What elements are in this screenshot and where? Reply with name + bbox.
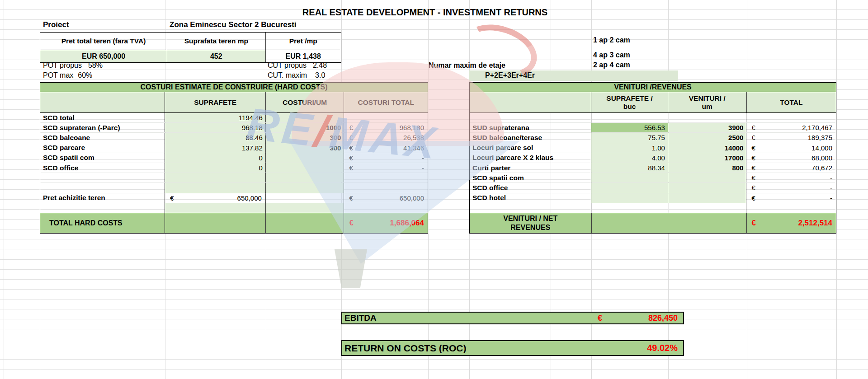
hard-costs-header-blank[interactable] <box>40 92 165 112</box>
land-price-table: Pret total teren (fara TVA) Suprafata te… <box>40 32 341 63</box>
table-row: SCD office €- <box>470 183 836 193</box>
hard-costs-header-costuri-total[interactable]: COSTURI TOTAL <box>344 92 428 112</box>
table-row: SCD spatii com €- <box>470 173 836 183</box>
roc-row[interactable]: RETURN ON COSTS (ROC) 49.02% <box>341 340 684 356</box>
land-price-total-value[interactable]: EUR 650,000 <box>40 50 167 62</box>
table-row <box>470 203 836 213</box>
euro-sign: € <box>349 219 353 228</box>
revenues-title[interactable]: VENITURI /REVENUES <box>470 83 836 92</box>
table-row: SCD office 0 €- <box>40 163 428 173</box>
euro-sign: € <box>170 194 174 202</box>
euro-sign: € <box>751 184 755 192</box>
euro-sign: € <box>751 154 755 162</box>
table-row: Pret achizitie teren €650,000 €650,000 <box>40 193 428 203</box>
euro-sign: € <box>751 164 755 172</box>
table-row: SCD total 1194.46 <box>40 113 428 123</box>
table-row: SCD spatii com 0 €- <box>40 153 428 163</box>
apartments-2cam[interactable]: 1 ap 2 cam <box>593 36 630 44</box>
hard-costs-total-row: TOTAL HARD COSTS €1,686,064 <box>40 213 428 233</box>
land-table-values: EUR 650,000 452 EUR 1,438 <box>40 50 341 62</box>
table-row <box>470 113 836 123</box>
page-title: REAL ESTATE DEVELOPMENT - INVESTMENT RET… <box>199 7 651 18</box>
euro-sign: € <box>349 194 353 202</box>
revenues-header-blank[interactable] <box>470 92 591 112</box>
roc-label: RETURN ON COSTS (ROC) <box>342 343 467 354</box>
euro-sign: € <box>349 144 353 152</box>
ebitda-row[interactable]: EBITDA € 826,450 <box>341 312 684 324</box>
floors-value[interactable]: P+2E+3Er+4Er <box>469 71 551 80</box>
ebitda-value: 826,450 <box>648 313 678 323</box>
table-row <box>40 203 428 213</box>
table-row: SUD balcoane/terase 75.75 2500 €189,375 <box>470 133 836 143</box>
land-price-sqm-value[interactable]: EUR 1,438 <box>266 50 341 62</box>
hard-costs-header-row: SUPRAFETE COSTURI/UM COSTURI TOTAL <box>40 92 428 113</box>
euro-sign: € <box>349 154 353 162</box>
net-revenues-label[interactable]: VENITURI / NET REVENUES <box>470 213 592 233</box>
table-row: SCD suprateran (-Parc) 968.18 1000 €968,… <box>40 123 428 133</box>
cut-propus[interactable]: CUT propus2.48 <box>268 61 327 70</box>
euro-sign: € <box>751 174 755 182</box>
euro-sign: € <box>751 124 755 131</box>
ebitda-label: EBITDA <box>342 313 377 323</box>
land-table-header: Pret total teren (fara TVA) Suprafata te… <box>40 33 341 50</box>
table-row: Locuri parcare X 2 klaus 4.00 17000 €68,… <box>470 153 836 163</box>
gridline <box>4 0 4 379</box>
total-hard-costs-label[interactable]: TOTAL HARD COSTS <box>40 213 165 233</box>
euro-sign: € <box>598 313 602 323</box>
euro-sign: € <box>751 194 755 202</box>
euro-sign: € <box>751 134 755 141</box>
apartments-3cam[interactable]: 4 ap 3 cam <box>593 51 630 59</box>
euro-sign: € <box>349 124 353 131</box>
revenues-header-suprafete-buc[interactable]: SUPRAFETE / buc <box>591 92 668 112</box>
table-row <box>40 183 428 193</box>
table-row: SCD parcare 137.82 300 €41,346 <box>40 143 428 153</box>
table-row: SCD hotel €- <box>470 193 836 203</box>
euro-sign: € <box>349 164 353 172</box>
pot-propus[interactable]: POT propus58% <box>43 61 103 70</box>
pot-max[interactable]: POT max60% <box>43 71 92 80</box>
euro-sign: € <box>751 144 755 152</box>
table-row <box>40 173 428 183</box>
floors-label[interactable]: Numar maxim de etaje <box>429 61 505 70</box>
revenues-header-row: SUPRAFETE / buc VENITURI / um TOTAL <box>470 92 836 113</box>
hard-costs-table: COSTURI ESTIMATE DE CONSTRUIRE (HARD COS… <box>40 82 428 234</box>
gridline <box>836 0 837 379</box>
revenues-header-venituri-um[interactable]: VENITURI / um <box>668 92 747 112</box>
total-hard-costs-value[interactable]: €1,686,064 <box>344 213 428 233</box>
table-row: SCD balcoane 88.46 300 €26,538 <box>40 133 428 143</box>
euro-sign: € <box>349 134 353 141</box>
revenues-header-total[interactable]: TOTAL <box>747 92 836 112</box>
table-row: Curti parter 88.34 800 €70,672 <box>470 163 836 173</box>
table-row: Locuri parcare sol 1.00 14000 €14,000 <box>470 143 836 153</box>
hard-costs-title[interactable]: COSTURI ESTIMATE DE CONSTRUIRE (HARD COS… <box>40 83 428 92</box>
apartments-4cam[interactable]: 2 ap 4 cam <box>593 61 630 69</box>
land-header-price-total[interactable]: Pret total teren (fara TVA) <box>40 33 167 50</box>
project-value[interactable]: Zona Eminescu Sector 2 Bucuresti <box>170 20 297 29</box>
net-revenues-value[interactable]: €2,512,514 <box>747 213 836 233</box>
land-header-surface[interactable]: Suprafata teren mp <box>167 33 265 50</box>
revenues-table: VENITURI /REVENUES SUPRAFETE / buc VENIT… <box>469 82 836 234</box>
net-revenues-total-row: VENITURI / NET REVENUES €2,512,514 <box>470 213 836 233</box>
hard-costs-header-costuri-um[interactable]: COSTURI/UM <box>266 92 344 112</box>
euro-sign: € <box>752 219 756 228</box>
hard-costs-header-suprafete[interactable]: SUPRAFETE <box>165 92 265 112</box>
land-surface-value[interactable]: 452 <box>167 50 265 62</box>
land-header-price-sqm[interactable]: Pret /mp <box>266 33 341 50</box>
spreadsheet-canvas: REAL ESTATE DEVELOPMENT - INVESTMENT RET… <box>0 0 868 379</box>
balloon-basket-icon <box>331 249 370 288</box>
table-row: SUD supraterana 556.53 3900 €2,170,467 <box>470 123 836 133</box>
project-label: Proiect <box>43 20 69 29</box>
roc-value: 49.02% <box>647 343 678 353</box>
cut-maxim[interactable]: CUT. maxim3.0 <box>268 71 325 80</box>
